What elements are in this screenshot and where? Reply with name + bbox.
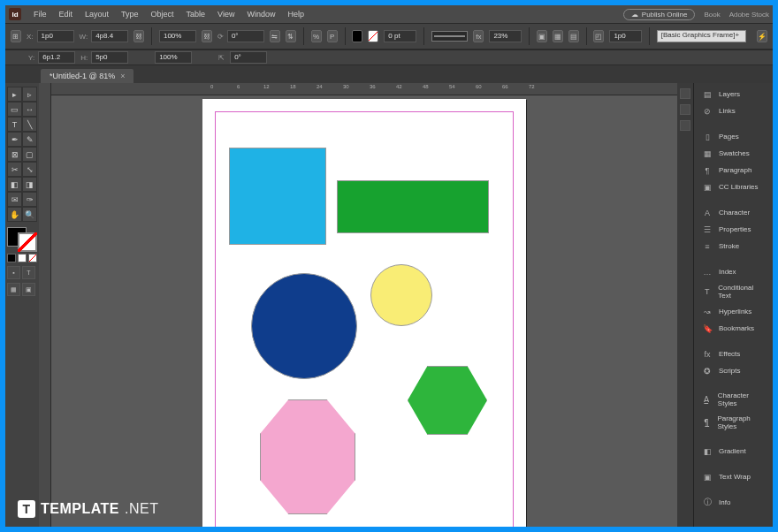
textwrap-none-icon[interactable]: ▣ bbox=[537, 30, 547, 42]
rectangle-frame-tool[interactable]: ⊠ bbox=[7, 147, 22, 162]
fill-stroke-swatches[interactable] bbox=[7, 227, 37, 252]
scale-y-field[interactable]: 100% bbox=[155, 51, 192, 64]
panel-swatches[interactable]: ▦Swatches bbox=[694, 146, 773, 161]
panel-hyperlinks[interactable]: ↝Hyperlinks bbox=[694, 304, 773, 319]
stroke-style-select[interactable] bbox=[431, 31, 469, 42]
workspace-switcher[interactable]: Book bbox=[704, 11, 720, 19]
gradient-feather-tool[interactable]: ◨ bbox=[22, 177, 37, 192]
panel-character-styles[interactable]: A̲Character Styles bbox=[694, 389, 773, 410]
view-mode-normal[interactable]: ▦ bbox=[7, 283, 20, 296]
apply-color-button[interactable]: ▪ bbox=[7, 266, 20, 279]
opacity-field[interactable]: 23% bbox=[489, 30, 522, 42]
stroke-swatch[interactable] bbox=[18, 232, 37, 252]
panel-character[interactable]: ACharacter bbox=[694, 205, 773, 220]
menu-file[interactable]: File bbox=[28, 10, 52, 19]
panel-paragraph[interactable]: ¶Paragraph bbox=[694, 163, 773, 178]
reference-point-icon[interactable]: ⊞ bbox=[11, 30, 21, 42]
close-icon[interactable]: × bbox=[120, 72, 125, 80]
flip-h-icon[interactable]: ⇋ bbox=[270, 30, 280, 42]
panel-cc-libraries[interactable]: ▣CC Libraries bbox=[694, 179, 773, 194]
shear-field[interactable]: 0° bbox=[230, 51, 267, 64]
panel-bookmarks[interactable]: 🔖Bookmarks bbox=[694, 321, 773, 336]
vertical-ruler[interactable] bbox=[39, 83, 51, 527]
panel-conditional-text[interactable]: TConditional Text bbox=[694, 281, 773, 302]
panel-gradient[interactable]: ◧Gradient bbox=[694, 444, 773, 459]
pen-tool[interactable]: ✒ bbox=[7, 132, 22, 147]
publish-online-button[interactable]: ☁ Publish Online bbox=[623, 9, 696, 20]
object-style-select[interactable]: [Basic Graphics Frame]+ bbox=[657, 30, 746, 42]
cyan-square-shape[interactable] bbox=[229, 148, 326, 245]
panel-layers[interactable]: ▤Layers bbox=[694, 87, 773, 102]
line-tool[interactable]: ╲ bbox=[22, 117, 37, 132]
collapsed-panel-icon[interactable] bbox=[680, 88, 690, 99]
menu-view[interactable]: View bbox=[212, 10, 240, 19]
eyedropper-tool[interactable]: ✑ bbox=[22, 192, 37, 207]
document-tab[interactable]: *Untitled-1 @ 81% × bbox=[41, 69, 133, 83]
menu-layout[interactable]: Layout bbox=[80, 10, 114, 19]
stroke-weight-field[interactable]: 0 pt bbox=[384, 30, 416, 42]
free-transform-tool[interactable]: ⤡ bbox=[22, 162, 37, 177]
collapsed-panel-icon[interactable] bbox=[680, 120, 690, 131]
w-field[interactable]: 4p8.4 bbox=[91, 30, 128, 42]
apply-none-button[interactable]: T bbox=[22, 266, 35, 279]
panel-effects[interactable]: fxEffects bbox=[694, 346, 773, 361]
canvas-area[interactable] bbox=[51, 95, 677, 527]
zoom-tool[interactable]: 🔍 bbox=[22, 207, 37, 222]
x-field[interactable]: 1p0 bbox=[37, 30, 74, 42]
menu-table[interactable]: Table bbox=[181, 10, 211, 19]
gap-tool[interactable]: ↔ bbox=[22, 102, 37, 117]
menu-type[interactable]: Type bbox=[116, 10, 144, 19]
rectangle-tool[interactable]: ▢ bbox=[22, 147, 37, 162]
default-swap-colors[interactable] bbox=[7, 254, 37, 262]
direct-selection-tool[interactable]: ▹ bbox=[22, 87, 37, 102]
hand-tool[interactable]: ✋ bbox=[7, 207, 22, 222]
horizontal-ruler[interactable]: 0 6 12 18 24 30 36 42 48 54 60 66 72 bbox=[51, 83, 677, 95]
menu-object[interactable]: Object bbox=[146, 10, 179, 19]
menu-window[interactable]: Window bbox=[241, 10, 280, 19]
yellow-circle-shape[interactable] bbox=[370, 264, 432, 326]
green-rectangle-shape[interactable] bbox=[337, 180, 489, 233]
scissors-tool[interactable]: ✂ bbox=[7, 162, 22, 177]
gradient-swatch-tool[interactable]: ◧ bbox=[7, 177, 22, 192]
quick-apply-icon[interactable]: ⚡ bbox=[757, 30, 767, 42]
textwrap-around-icon[interactable]: ▦ bbox=[553, 30, 563, 42]
panel-links[interactable]: ⊘Links bbox=[694, 103, 773, 118]
rotate-field[interactable]: 0° bbox=[227, 30, 264, 42]
panel-index[interactable]: …Index bbox=[694, 264, 773, 279]
page-tool[interactable]: ▭ bbox=[7, 102, 22, 117]
type-tool[interactable]: T bbox=[7, 117, 22, 132]
collapsed-panel-icon[interactable] bbox=[680, 104, 690, 115]
panel-pages[interactable]: ▯Pages bbox=[694, 129, 773, 144]
menu-help[interactable]: Help bbox=[282, 10, 309, 19]
note-tool[interactable]: ✉ bbox=[7, 192, 22, 207]
fill-icon[interactable] bbox=[352, 30, 362, 42]
view-mode-preview[interactable]: ▣ bbox=[22, 283, 35, 296]
flip-v-icon[interactable]: ⇅ bbox=[286, 30, 296, 42]
collapsed-panels-column[interactable] bbox=[677, 83, 693, 527]
selection-tool[interactable]: ▸ bbox=[7, 87, 22, 102]
panel-stroke[interactable]: ≡Stroke bbox=[694, 239, 773, 254]
paragraph-icon[interactable]: P bbox=[327, 30, 338, 42]
panel-info[interactable]: ⓘInfo bbox=[694, 495, 773, 510]
corner-icon[interactable]: ◰ bbox=[593, 30, 604, 42]
panel-properties[interactable]: ☰Properties bbox=[694, 222, 773, 237]
fx-icon[interactable]: fx bbox=[473, 30, 484, 42]
stroke-icon[interactable] bbox=[368, 30, 378, 42]
panel-paragraph-styles[interactable]: ¶̲Paragraph Styles bbox=[694, 412, 773, 433]
navy-circle-shape[interactable] bbox=[251, 273, 357, 379]
pink-octagon-shape[interactable] bbox=[260, 399, 355, 514]
link-scale-icon[interactable]: ⛓ bbox=[202, 30, 212, 42]
link-wh-icon[interactable]: ⛓ bbox=[133, 30, 144, 42]
panel-scripts[interactable]: ✪Scripts bbox=[694, 363, 773, 378]
page[interactable] bbox=[202, 99, 526, 527]
scale-x-field[interactable]: 100% bbox=[159, 30, 196, 42]
corner-field[interactable]: 1p0 bbox=[609, 30, 642, 42]
h-field[interactable]: 5p0 bbox=[91, 51, 128, 64]
textwrap-jump-icon[interactable]: ▤ bbox=[568, 30, 579, 42]
panel-text-wrap[interactable]: ▣Text Wrap bbox=[694, 469, 773, 484]
y-field[interactable]: 6p1.2 bbox=[38, 51, 75, 64]
menu-edit[interactable]: Edit bbox=[54, 10, 79, 19]
pencil-tool[interactable]: ✎ bbox=[22, 132, 37, 147]
percent-icon[interactable]: % bbox=[311, 30, 322, 42]
app-icon-indesign[interactable]: Id bbox=[9, 8, 21, 20]
